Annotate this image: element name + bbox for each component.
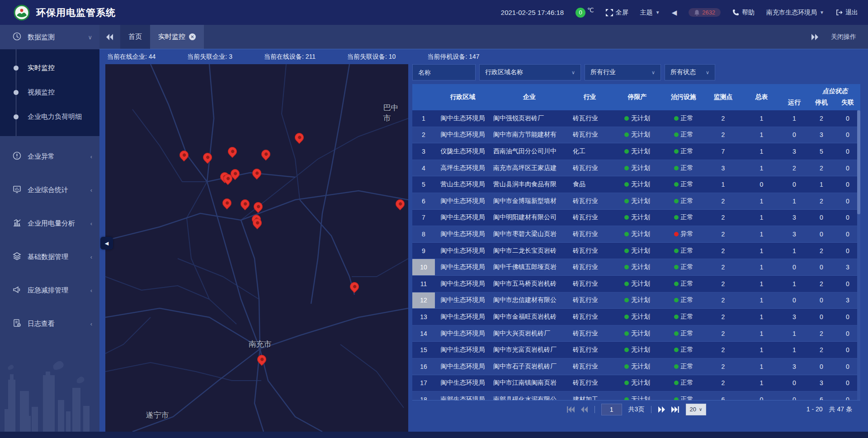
tab-close-icon[interactable]: ✕	[189, 33, 196, 40]
cell-meter-count: 0	[742, 176, 781, 193]
cell-production-status: 无计划	[611, 193, 663, 209]
sidebar-item-emergency-reduction[interactable]: 应急减排管理‹	[0, 277, 99, 303]
table-row[interactable]: 4高坪生态环境局南充市高坪区王家店建砖瓦行业无计划正常31220	[412, 160, 860, 177]
cell-production-status: 无计划	[611, 325, 663, 342]
sidebar-subitem-realtime-monitoring[interactable]: 实时监控	[0, 56, 99, 80]
table-row[interactable]: 8阆中生态环境局阆中市枣碧大梁山页岩砖瓦行业无计划异常21300	[412, 226, 860, 243]
tab-bar: 首页实时监控✕ 关闭操作	[99, 25, 868, 49]
table-row[interactable]: 7阆中生态环境局阆中明阳建材有限公司砖瓦行业无计划正常21300	[412, 210, 860, 226]
cell-company: 阆中市石子页岩机砖厂	[491, 358, 568, 375]
tab-scroll-left-button[interactable]	[99, 25, 120, 49]
cell-industry: 砖瓦行业	[568, 226, 611, 242]
mute-speaker-button[interactable]: ◀	[672, 9, 677, 17]
status-dot-green	[624, 381, 629, 385]
org-dropdown[interactable]: 南充市生态环境局 ▼	[766, 9, 824, 17]
chevron-left-icon: ‹	[90, 287, 92, 294]
table-row[interactable]: 12阆中生态环境局阆中市忠信建材有限公砖瓦行业无计划正常21003	[412, 292, 860, 309]
name-filter-field[interactable]	[412, 64, 476, 80]
region-filter-select[interactable]: 行政区域名称 ∨	[479, 64, 581, 80]
cell-facility-status: 正常	[663, 358, 704, 375]
cell-run-count: 3	[781, 358, 808, 375]
last-page-button[interactable]	[671, 406, 679, 413]
sidebar-subitem-video-monitoring[interactable]: 视频监控	[0, 80, 99, 104]
table-row[interactable]: 3仪陇生态环境局西南油气田分公司川中化工无计划正常71350	[412, 143, 860, 160]
cell-meter-count: 1	[742, 110, 781, 127]
cell-meter-count: 1	[742, 193, 781, 209]
cell-lost-count: 0	[835, 375, 860, 391]
facility-status-label: 正常	[681, 363, 693, 371]
table-row[interactable]: 1阆中生态环境局阆中强锐页岩砖厂砖瓦行业无计划正常21120	[412, 110, 860, 127]
cell-meter-count: 1	[742, 375, 781, 391]
cell-facility-status: 异常	[663, 226, 704, 242]
table-row[interactable]: 11阆中生态环境局阆中市五马桥页岩机砖砖瓦行业无计划正常21120	[412, 276, 860, 292]
notification-badge[interactable]: 2632	[689, 8, 721, 17]
page-size-select[interactable]: 20 ∨	[686, 404, 707, 415]
status-filter-select[interactable]: 所有状态 ∨	[665, 64, 715, 80]
logout-button[interactable]: 退出	[836, 9, 858, 17]
cell-industry: 砖瓦行业	[568, 127, 611, 143]
industry-filter-select[interactable]: 所有行业 ∨	[585, 64, 661, 80]
table-row[interactable]: 15阆中生态环境局阆中市光富页岩机砖厂砖瓦行业无计划正常21120	[412, 342, 860, 358]
status-dot-green	[624, 166, 629, 170]
row-index: 1	[412, 110, 435, 127]
status-dot-green	[674, 364, 679, 369]
sidebar-item-basic-data-management[interactable]: 基础数据管理‹	[0, 244, 99, 270]
theme-dropdown[interactable]: 主题 ▼	[640, 9, 660, 17]
prev-page-button[interactable]	[581, 406, 588, 413]
sidebar-item-enterprise-statistics[interactable]: 企业综合统计‹	[0, 177, 99, 203]
status-dot-green	[674, 282, 679, 286]
map[interactable]: 巴中市南充市遂宁市	[105, 64, 408, 432]
sidebar-subitem-enterprise-power-load-detail[interactable]: 企业电力负荷明细	[0, 104, 99, 129]
tab-label: 首页	[128, 33, 142, 41]
sidebar-item-enterprise-abnormal[interactable]: 企业异常‹	[0, 143, 99, 170]
sidebar-collapse-button[interactable]: ◀	[100, 237, 113, 250]
scrollbar-thumb[interactable]	[857, 110, 860, 214]
cell-lost-count: 0	[835, 358, 860, 375]
cell-stop-count: 2	[808, 325, 835, 342]
cell-lost-count: 0	[835, 226, 860, 242]
status-dot-green	[624, 364, 629, 369]
table-row[interactable]: 16阆中生态环境局阆中市石子页岩机砖厂砖瓦行业无计划正常21300	[412, 358, 860, 375]
next-page-button[interactable]	[658, 406, 665, 413]
table-row[interactable]: 14阆中生态环境局阆中大兴页岩机砖厂砖瓦行业无计划正常21120	[412, 325, 860, 342]
name-filter-input[interactable]	[418, 69, 470, 76]
table-row[interactable]: 5营山生态环境局营山县润丰肉食品有限食品无计划正常10010	[412, 176, 860, 193]
table-row[interactable]: 2阆中生态环境局阆中市南方节能建材有砖瓦行业无计划正常21030	[412, 127, 860, 144]
double-right-arrow-icon[interactable]	[811, 34, 818, 40]
tab-home[interactable]: 首页	[120, 25, 150, 49]
sidebar-item-power-usage-analysis[interactable]: 企业用电量分析‹	[0, 210, 99, 236]
cell-run-count: 0	[781, 127, 808, 143]
cell-production-status: 无计划	[611, 176, 663, 193]
cell-production-status: 无计划	[611, 292, 663, 309]
sidebar-item-data-monitoring[interactable]: 数据监测∨	[0, 25, 99, 49]
table-scrollbar[interactable]	[857, 110, 860, 400]
cell-industry: 砖瓦行业	[568, 193, 611, 209]
page-number-input[interactable]	[601, 404, 622, 415]
table-row[interactable]: 6阆中生态环境局阆中市金博瑞新型墙材砖瓦行业无计划正常21120	[412, 193, 860, 210]
help-button[interactable]: 帮助	[732, 9, 755, 17]
filter-bar: 行政区域名称 ∨ 所有行业 ∨ 所有状态 ∨	[412, 64, 860, 80]
row-index: 12	[412, 292, 435, 309]
fullscreen-button[interactable]: 全屏	[606, 9, 628, 17]
cell-region: 阆中生态环境局	[435, 276, 491, 292]
row-index: 4	[412, 160, 435, 176]
table-row[interactable]: 10阆中生态环境局阆中千佛镇五郎垭页岩砖瓦行业无计划正常21003	[412, 259, 860, 276]
stat-label: 当前在线企业:	[107, 53, 149, 60]
app-logo-icon	[14, 5, 30, 21]
stat-label: 当前失联企业:	[187, 53, 229, 60]
status-dot-green	[624, 149, 629, 154]
table-row[interactable]: 17阆中生态环境局阆中市江南镇阆南页岩砖瓦行业无计划正常21030	[412, 375, 860, 392]
tab-realtime-monitoring[interactable]: 实时监控✕	[150, 25, 204, 49]
first-page-button[interactable]	[566, 406, 575, 413]
close-operations-button[interactable]: 关闭操作	[831, 33, 856, 41]
table-row[interactable]: 9阆中生态环境局阆中市二龙长宝页岩砖砖瓦行业无计划正常21120	[412, 243, 860, 259]
sidebar-item-log-view[interactable]: 日志查看‹	[0, 311, 99, 337]
cell-stop-count: 0	[808, 259, 835, 275]
col-facility: 治污设施	[663, 84, 704, 110]
table-row[interactable]: 18南部生态环境局南部县砚化水泥有限公建材加工无计划正常60060	[412, 391, 860, 400]
cell-stop-count: 2	[808, 342, 835, 358]
chevron-left-icon: ‹	[90, 153, 92, 160]
table-row[interactable]: 13阆中生态环境局阆中市金福旺页岩机砖砖瓦行业无计划正常21300	[412, 309, 860, 325]
status-dot-green	[624, 265, 629, 269]
help-label: 帮助	[742, 9, 755, 17]
